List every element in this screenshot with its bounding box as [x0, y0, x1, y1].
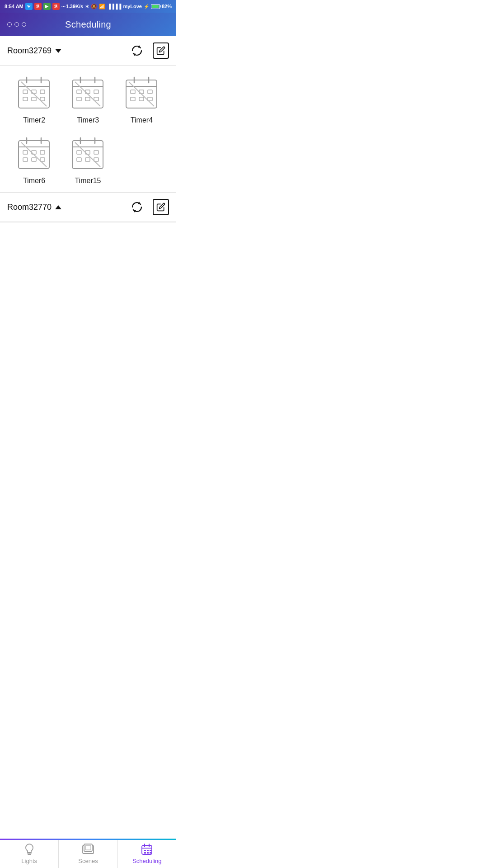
status-time: 8:54 AM	[5, 4, 23, 9]
wifi-icon: 📶	[99, 4, 105, 9]
dot-2	[14, 22, 19, 27]
room2-edit-button[interactable]	[153, 199, 169, 215]
signal-icon: ▐▐▐▐	[107, 4, 121, 9]
svg-line-54	[75, 142, 100, 167]
svg-rect-29	[131, 97, 135, 101]
timer6-icon	[14, 133, 54, 173]
room-header-1[interactable]: Room32769	[0, 36, 176, 66]
timer6-label: Timer6	[23, 177, 45, 185]
main-content: Room32769	[0, 36, 176, 259]
svg-rect-30	[139, 97, 144, 101]
app-icon-4: 漢	[52, 3, 60, 10]
room1-actions	[130, 42, 169, 59]
timer-grid-1: Timer2	[0, 66, 176, 192]
status-bar: 8:54 AM Ψ 漢 ▶ 漢 ··· 1.39K/s ∗ 🔕 📶 ▐▐▐▐ m…	[0, 0, 176, 13]
svg-rect-17	[94, 90, 99, 94]
svg-line-21	[75, 82, 100, 106]
timer2-label: Timer2	[23, 116, 45, 124]
svg-rect-37	[23, 151, 28, 154]
timer-item-3[interactable]: Timer3	[65, 73, 111, 124]
svg-rect-18	[77, 97, 81, 101]
svg-rect-6	[40, 90, 45, 94]
status-left: 8:54 AM Ψ 漢 ▶ 漢 ···	[5, 3, 66, 10]
timer-item-4[interactable]: Timer4	[118, 73, 165, 124]
svg-rect-52	[85, 158, 90, 161]
status-dots: ···	[61, 4, 66, 9]
page-title: Scheduling	[65, 19, 111, 30]
battery-indicator	[151, 4, 160, 9]
svg-rect-15	[77, 90, 81, 94]
mute-icon: 🔕	[91, 4, 97, 9]
svg-line-43	[21, 142, 47, 167]
svg-rect-19	[85, 97, 90, 101]
svg-rect-28	[148, 90, 152, 94]
timer4-label: Timer4	[131, 116, 153, 124]
svg-rect-8	[32, 97, 36, 101]
app-icon-3: ▶	[43, 3, 51, 10]
room2-chevron-up-icon	[55, 205, 61, 209]
svg-rect-48	[77, 151, 81, 154]
room-name-2[interactable]: Room32770	[7, 203, 130, 212]
timer2-icon	[14, 73, 54, 113]
app-header: Scheduling	[0, 13, 176, 36]
svg-line-32	[129, 82, 154, 106]
room1-refresh-button[interactable]	[130, 44, 144, 57]
timer3-label: Timer3	[77, 116, 99, 124]
svg-line-10	[21, 82, 47, 106]
status-right: 1.39K/s ∗ 🔕 📶 ▐▐▐▐ myLove ⚡ 82%	[66, 4, 172, 9]
bluetooth-icon: ∗	[85, 4, 89, 9]
app-icon-1: Ψ	[25, 3, 33, 10]
timer4-icon	[122, 73, 161, 113]
room2-refresh-button[interactable]	[130, 200, 144, 214]
dot-3	[22, 22, 26, 27]
room1-chevron-down-icon	[55, 49, 61, 53]
svg-rect-41	[32, 158, 36, 161]
room1-edit-button[interactable]	[153, 42, 169, 59]
timer15-icon	[68, 133, 108, 173]
room2-actions	[130, 199, 169, 215]
timer-item-2[interactable]: Timer2	[11, 73, 57, 124]
svg-rect-51	[77, 158, 81, 161]
timer-item-6[interactable]: Timer6	[11, 133, 57, 185]
carrier: myLove	[123, 4, 142, 9]
app-icon-2: 漢	[34, 3, 42, 10]
timer-item-15[interactable]: Timer15	[65, 133, 111, 185]
svg-rect-26	[131, 90, 135, 94]
network-speed: 1.39K/s	[66, 4, 84, 9]
svg-rect-7	[23, 97, 28, 101]
svg-rect-4	[23, 90, 28, 94]
room-section-1: Room32769	[0, 36, 176, 193]
svg-rect-50	[94, 151, 99, 154]
charging-icon: ⚡	[144, 4, 149, 9]
svg-rect-39	[40, 151, 45, 154]
room-name-1[interactable]: Room32769	[7, 46, 130, 56]
dot-1	[7, 22, 12, 27]
timer3-icon	[68, 73, 108, 113]
svg-rect-40	[23, 158, 28, 161]
battery-percent: 82%	[162, 4, 172, 9]
timer15-label: Timer15	[75, 177, 101, 185]
room-header-2[interactable]: Room32770	[0, 193, 176, 222]
header-menu-dots[interactable]	[7, 22, 26, 27]
room-section-2: Room32770	[0, 193, 176, 222]
